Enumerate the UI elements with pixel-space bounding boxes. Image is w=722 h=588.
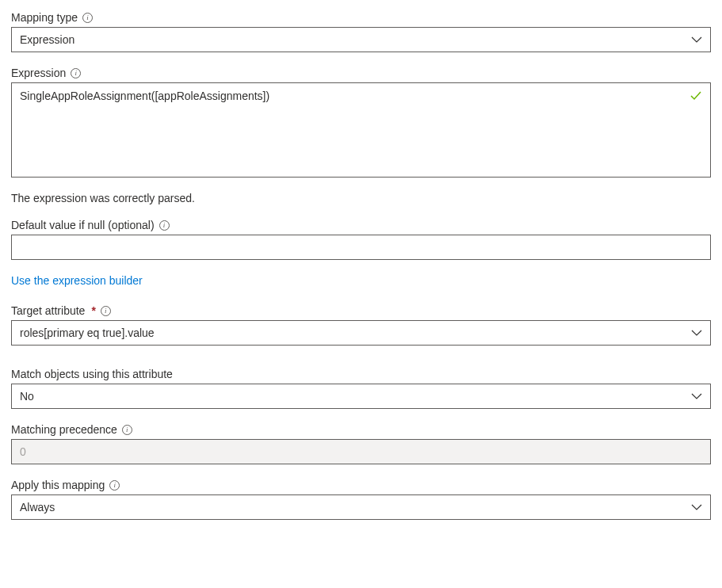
match-objects-select[interactable]: No bbox=[11, 384, 711, 409]
expression-builder-link[interactable]: Use the expression builder bbox=[11, 274, 143, 287]
chevron-down-icon bbox=[691, 391, 702, 402]
label-text: Match objects using this attribute bbox=[11, 368, 173, 380]
expression-field: Expression i SingleAppRoleAssignment([ap… bbox=[11, 67, 711, 178]
target-attribute-select[interactable]: roles[primary eq true].value bbox=[11, 320, 711, 346]
default-value-field: Default value if null (optional) i bbox=[11, 219, 711, 260]
label-text: Mapping type bbox=[11, 11, 78, 24]
expression-status: The expression was correctly parsed. bbox=[11, 192, 711, 204]
apply-mapping-label: Apply this mapping i bbox=[11, 479, 711, 491]
chevron-down-icon bbox=[691, 34, 702, 45]
expression-value: SingleAppRoleAssignment([appRoleAssignme… bbox=[20, 90, 269, 102]
target-attribute-label: Target attribute * i bbox=[11, 304, 711, 317]
info-icon[interactable]: i bbox=[82, 13, 93, 23]
apply-mapping-select[interactable]: Always bbox=[11, 494, 711, 520]
required-asterisk: * bbox=[91, 304, 95, 317]
match-objects-field: Match objects using this attribute No bbox=[11, 368, 711, 409]
default-value-label: Default value if null (optional) i bbox=[11, 219, 711, 231]
match-objects-label: Match objects using this attribute bbox=[11, 368, 711, 380]
matching-precedence-label: Matching precedence i bbox=[11, 423, 711, 436]
mapping-type-select[interactable]: Expression bbox=[11, 27, 711, 52]
expression-label: Expression i bbox=[11, 67, 711, 79]
info-icon[interactable]: i bbox=[122, 425, 132, 435]
label-text: Default value if null (optional) bbox=[11, 219, 155, 231]
expression-textarea[interactable]: SingleAppRoleAssignment([appRoleAssignme… bbox=[11, 82, 711, 178]
apply-mapping-field: Apply this mapping i Always bbox=[11, 479, 711, 520]
label-text: Apply this mapping bbox=[11, 479, 105, 491]
checkmark-icon bbox=[690, 90, 702, 102]
info-icon[interactable]: i bbox=[101, 306, 111, 316]
matching-precedence-input: 0 bbox=[11, 439, 711, 464]
label-text: Target attribute bbox=[11, 304, 85, 317]
select-value: roles[primary eq true].value bbox=[20, 326, 155, 339]
label-text: Expression bbox=[11, 67, 66, 79]
mapping-type-label: Mapping type i bbox=[11, 11, 711, 24]
info-icon[interactable]: i bbox=[109, 480, 120, 491]
mapping-type-field: Mapping type i Expression bbox=[11, 11, 711, 52]
target-attribute-field: Target attribute * i roles[primary eq tr… bbox=[11, 304, 711, 346]
matching-precedence-field: Matching precedence i 0 bbox=[11, 423, 711, 464]
label-text: Matching precedence bbox=[11, 423, 117, 436]
default-value-input[interactable] bbox=[11, 235, 711, 260]
precedence-value: 0 bbox=[20, 445, 26, 458]
info-icon[interactable]: i bbox=[159, 220, 170, 231]
select-value: No bbox=[20, 390, 34, 403]
info-icon[interactable]: i bbox=[71, 68, 81, 78]
select-value: Always bbox=[20, 501, 55, 514]
select-value: Expression bbox=[20, 33, 74, 46]
chevron-down-icon bbox=[691, 502, 702, 513]
chevron-down-icon bbox=[691, 327, 702, 338]
